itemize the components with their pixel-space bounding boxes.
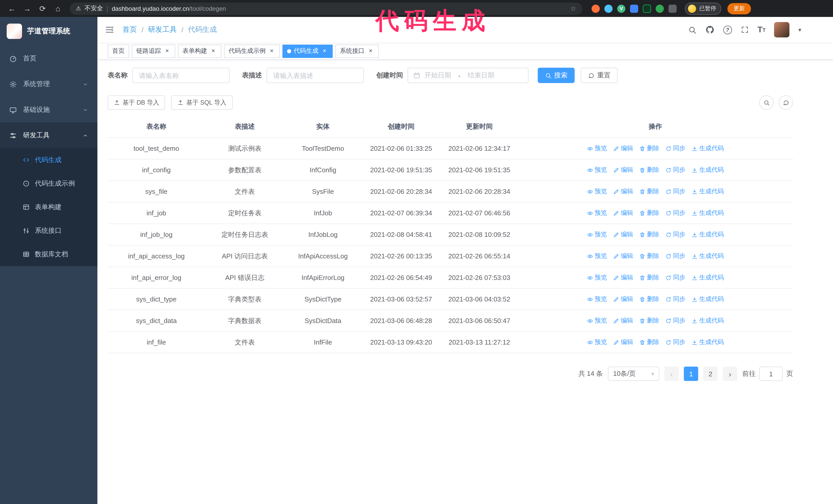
reset-button[interactable]: 重置 [581,68,618,83]
bookmark-star-icon[interactable]: ☆ [570,5,576,12]
import-sql-button[interactable]: 基于 SQL 导入 [171,95,233,110]
preview-link[interactable]: 预览 [587,186,607,197]
home-icon[interactable]: ⌂ [51,0,65,17]
edit-link[interactable]: 编辑 [613,294,633,305]
search-button[interactable]: 搜索 [538,68,575,83]
delete-link[interactable]: 删除 [639,251,659,262]
delete-link[interactable]: 删除 [639,294,659,305]
breadcrumb-devtools[interactable]: 研发工具 [148,25,177,34]
sync-link[interactable]: 同步 [665,251,685,262]
sidebar-subitem-db-doc[interactable]: 数据库文档 [0,242,97,266]
date-range-picker[interactable]: 开始日期 - 结束日期 [407,68,528,83]
tab-codegen[interactable]: 代码生成 × [282,44,333,58]
help-icon[interactable]: ? [723,25,732,34]
preview-link[interactable]: 预览 [587,272,607,283]
edit-link[interactable]: 编辑 [613,143,633,154]
delete-link[interactable]: 删除 [639,186,659,197]
caret-down-icon[interactable]: ▾ [799,26,801,33]
prev-page-button[interactable]: ‹ [664,367,679,381]
preview-link[interactable]: 预览 [587,251,607,262]
tab-close-icon[interactable]: × [164,47,171,55]
preview-link[interactable]: 预览 [587,229,607,240]
sidebar-item-devtools[interactable]: 研发工具 [0,123,97,148]
tab-close-icon[interactable]: × [268,47,275,55]
next-page-button[interactable]: › [723,367,737,381]
table-desc-input[interactable] [266,68,364,83]
generate-code-link[interactable]: 生成代码 [691,143,724,154]
tab-close-icon[interactable]: × [321,47,328,55]
delete-link[interactable]: 删除 [639,272,659,283]
refresh-table-button[interactable] [779,95,793,110]
sync-link[interactable]: 同步 [665,229,685,240]
edit-link[interactable]: 编辑 [613,251,633,262]
preview-link[interactable]: 预览 [587,208,607,218]
reload-icon[interactable]: ⟳ [36,0,49,17]
preview-link[interactable]: 预览 [587,315,607,326]
generate-code-link[interactable]: 生成代码 [691,229,724,240]
generate-code-link[interactable]: 生成代码 [691,294,724,305]
edit-link[interactable]: 编辑 [613,186,633,197]
extension-icon-2[interactable] [604,4,613,13]
table-name-input[interactable] [132,68,230,83]
extension-icon-7[interactable] [668,4,677,13]
extension-icon-5[interactable] [643,4,651,13]
generate-code-link[interactable]: 生成代码 [691,251,724,262]
sidebar-subitem-form-builder[interactable]: 表单构建 [0,195,97,219]
delete-link[interactable]: 删除 [639,165,659,175]
generate-code-link[interactable]: 生成代码 [691,272,724,283]
tab-close-icon[interactable]: × [210,47,217,55]
edit-link[interactable]: 编辑 [613,315,633,326]
toggle-search-button[interactable] [759,95,774,110]
sidebar-item-home[interactable]: 首页 [0,46,97,71]
page-size-select[interactable]: 10条/页 ▾ [608,367,659,381]
delete-link[interactable]: 删除 [639,315,659,326]
sidebar-subitem-codegen[interactable]: 代码生成 [0,148,97,172]
sync-link[interactable]: 同步 [665,294,685,305]
generate-code-link[interactable]: 生成代码 [691,315,724,326]
generate-code-link[interactable]: 生成代码 [691,165,724,175]
extension-icon-6[interactable] [656,4,664,13]
edit-link[interactable]: 编辑 [613,272,633,283]
delete-link[interactable]: 删除 [639,229,659,240]
edit-link[interactable]: 编辑 [613,208,633,218]
sync-link[interactable]: 同步 [665,208,685,218]
extension-icon-vue[interactable]: V [617,4,625,13]
breadcrumb-home[interactable]: 首页 [122,25,137,34]
sidebar-subitem-api[interactable]: 系统接口 [0,219,97,242]
delete-link[interactable]: 删除 [639,208,659,218]
preview-link[interactable]: 预览 [587,337,607,347]
user-avatar[interactable] [774,22,790,38]
sidebar-item-infrastructure[interactable]: 基础设施 [0,97,97,123]
tab-api[interactable]: 系统接口 × [335,44,379,58]
goto-page-input[interactable] [759,367,783,381]
tab-form-builder[interactable]: 表单构建 × [178,44,221,58]
search-icon[interactable] [688,25,696,34]
sync-link[interactable]: 同步 [665,165,685,175]
edit-link[interactable]: 编辑 [613,165,633,175]
profile-chip[interactable]: 已暂停 [685,2,721,15]
preview-link[interactable]: 预览 [587,165,607,175]
tab-trace[interactable]: 链路追踪 × [132,44,175,58]
extension-icon-4[interactable] [630,4,638,13]
sync-link[interactable]: 同步 [665,272,685,283]
forward-icon[interactable]: → [21,0,34,17]
back-icon[interactable]: ← [5,0,19,17]
sync-link[interactable]: 同步 [665,337,685,347]
tab-close-icon[interactable]: × [367,47,374,55]
address-bar[interactable]: ⚠ 不安全 | dashboard.yudao.iocoder.cn/tool/… [70,2,582,15]
preview-link[interactable]: 预览 [587,143,607,154]
generate-code-link[interactable]: 生成代码 [691,337,724,347]
font-size-icon[interactable]: TT [757,25,766,34]
page-button-2[interactable]: 2 [703,367,718,381]
sidebar-subitem-codegen-example[interactable]: 代码生成示例 [0,172,97,195]
logo[interactable]: 芋道管理系统 [0,17,97,46]
edit-link[interactable]: 编辑 [613,337,633,347]
sidebar-item-system[interactable]: 系统管理 [0,71,97,97]
sync-link[interactable]: 同步 [665,143,685,154]
tab-home[interactable]: 首页 [108,44,129,58]
fullscreen-icon[interactable] [740,26,749,34]
hamburger-icon[interactable] [105,25,114,34]
page-button-1[interactable]: 1 [684,367,698,381]
sync-link[interactable]: 同步 [665,315,685,326]
delete-link[interactable]: 删除 [639,143,659,154]
